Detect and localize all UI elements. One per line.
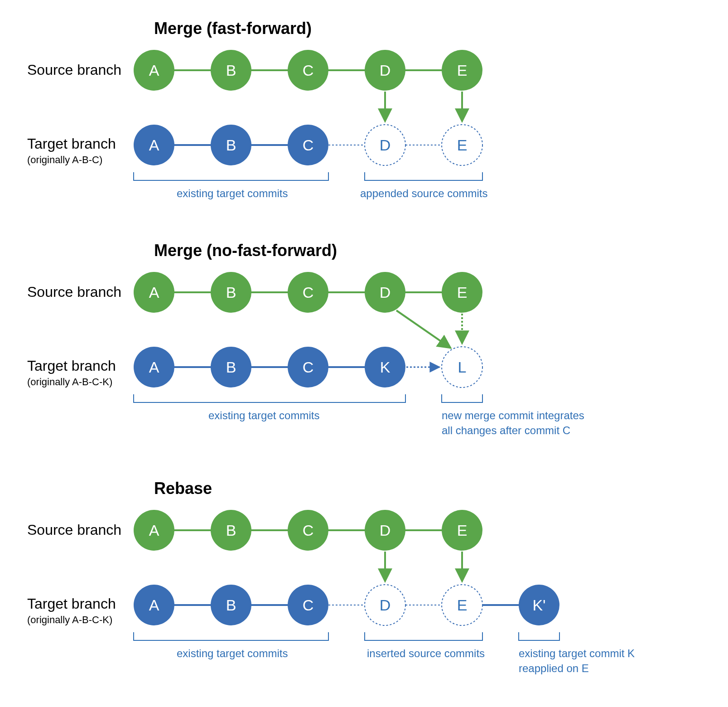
svg-text:all changes after commit C: all changes after commit C bbox=[442, 424, 570, 436]
svg-text:A: A bbox=[149, 522, 159, 539]
svg-text:E: E bbox=[457, 522, 468, 539]
svg-text:E: E bbox=[457, 284, 468, 301]
svg-text:C: C bbox=[303, 358, 314, 376]
svg-text:C: C bbox=[303, 136, 314, 154]
svg-text:A: A bbox=[149, 358, 159, 376]
svg-text:A: A bbox=[149, 596, 159, 614]
svg-text:D: D bbox=[380, 284, 391, 301]
target-branch-sublabel-1: (originally A-B-C) bbox=[27, 154, 102, 165]
svg-text:C: C bbox=[303, 284, 314, 301]
rebase-arrows bbox=[385, 552, 462, 581]
target-nodes-dashed-2: L bbox=[442, 347, 482, 387]
bracket-right-3: existing target commit K reapplied on E bbox=[519, 632, 635, 674]
section-merge-ff: Merge (fast-forward) Source branch A B C… bbox=[27, 19, 487, 199]
bracket-left-1: existing target commits bbox=[134, 172, 328, 199]
bracket-right-2: new merge commit integrates all changes … bbox=[442, 394, 584, 436]
section-rebase: Rebase Source branch A B C D E Target br… bbox=[27, 479, 635, 674]
target-branch-sublabel-3: (originally A-B-C-K) bbox=[27, 614, 112, 625]
svg-text:D: D bbox=[380, 522, 391, 539]
svg-text:new merge commit integrates: new merge commit integrates bbox=[442, 409, 584, 421]
source-branch-label-3: Source branch bbox=[27, 522, 121, 538]
svg-text:inserted source commits: inserted source commits bbox=[367, 647, 485, 659]
svg-text:D: D bbox=[380, 136, 391, 154]
bracket-right-1: appended source commits bbox=[360, 172, 487, 199]
target-branch-label-1: Target branch bbox=[27, 136, 116, 152]
svg-text:E: E bbox=[457, 136, 468, 154]
target-branch-label-2: Target branch bbox=[27, 358, 116, 374]
ff-arrows bbox=[385, 92, 462, 121]
target-branch-label-3: Target branch bbox=[27, 596, 116, 612]
svg-text:B: B bbox=[226, 136, 236, 154]
svg-text:existing target commits: existing target commits bbox=[208, 409, 319, 421]
svg-text:B: B bbox=[226, 284, 236, 301]
bracket-left-2: existing target commits bbox=[134, 394, 405, 421]
svg-text:D: D bbox=[380, 596, 391, 614]
svg-text:existing target commit K: existing target commit K bbox=[519, 647, 635, 659]
target-nodes-solid-3: A B C bbox=[134, 585, 328, 625]
svg-text:B: B bbox=[226, 596, 236, 614]
svg-text:C: C bbox=[303, 522, 314, 539]
source-branch-label-1: Source branch bbox=[27, 62, 121, 78]
svg-text:existing target commits: existing target commits bbox=[177, 647, 288, 659]
svg-text:B: B bbox=[226, 522, 236, 539]
svg-text:K': K' bbox=[532, 596, 545, 614]
section-merge-noff: Merge (no-fast-forward) Source branch A … bbox=[27, 241, 584, 436]
bracket-mid-3: inserted source commits bbox=[365, 632, 485, 659]
svg-text:reapplied on E: reapplied on E bbox=[519, 662, 589, 674]
target-nodes-solid-1: A B C bbox=[134, 125, 328, 165]
noff-arrows bbox=[396, 310, 462, 348]
svg-text:appended source commits: appended source commits bbox=[360, 187, 487, 199]
svg-text:A: A bbox=[149, 136, 159, 154]
svg-text:B: B bbox=[226, 358, 236, 376]
title-merge-ff: Merge (fast-forward) bbox=[154, 19, 312, 38]
svg-text:B: B bbox=[226, 62, 236, 79]
svg-text:L: L bbox=[458, 358, 467, 376]
svg-text:existing target commits: existing target commits bbox=[177, 187, 288, 199]
svg-text:K: K bbox=[380, 358, 391, 376]
title-merge-noff: Merge (no-fast-forward) bbox=[154, 241, 337, 260]
source-branch-label-2: Source branch bbox=[27, 284, 121, 300]
svg-text:C: C bbox=[303, 62, 314, 79]
target-node-kprime: K' bbox=[519, 585, 559, 625]
git-merge-rebase-diagram: Merge (fast-forward) Source branch A B C… bbox=[9, 9, 728, 707]
svg-text:E: E bbox=[457, 62, 468, 79]
title-rebase: Rebase bbox=[154, 479, 212, 498]
svg-text:A: A bbox=[149, 284, 159, 301]
bracket-left-3: existing target commits bbox=[134, 632, 328, 659]
target-branch-sublabel-2: (originally A-B-C-K) bbox=[27, 376, 112, 387]
svg-text:A: A bbox=[149, 62, 159, 79]
svg-text:C: C bbox=[303, 596, 314, 614]
svg-text:D: D bbox=[380, 62, 391, 79]
svg-line-46 bbox=[396, 310, 451, 348]
svg-text:E: E bbox=[457, 596, 468, 614]
